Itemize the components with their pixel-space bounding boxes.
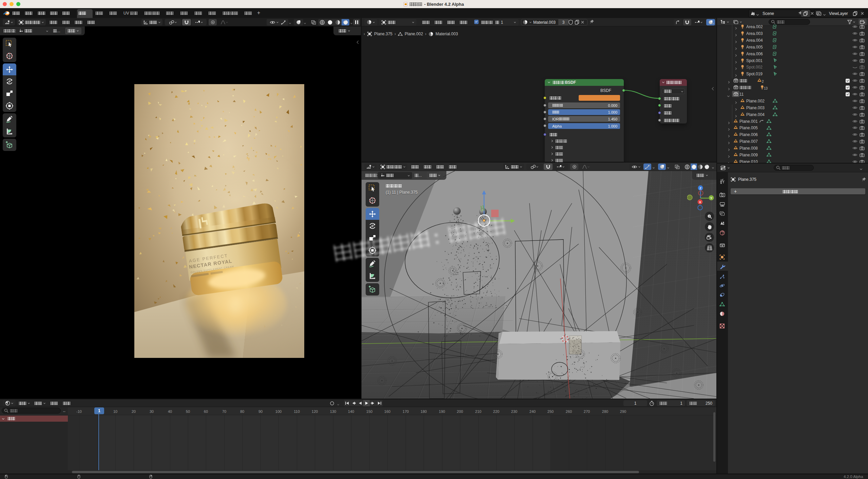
svg-text:Y: Y [710,196,713,200]
svg-text:Z: Z [699,186,701,190]
svg-text:X: X [699,200,701,204]
